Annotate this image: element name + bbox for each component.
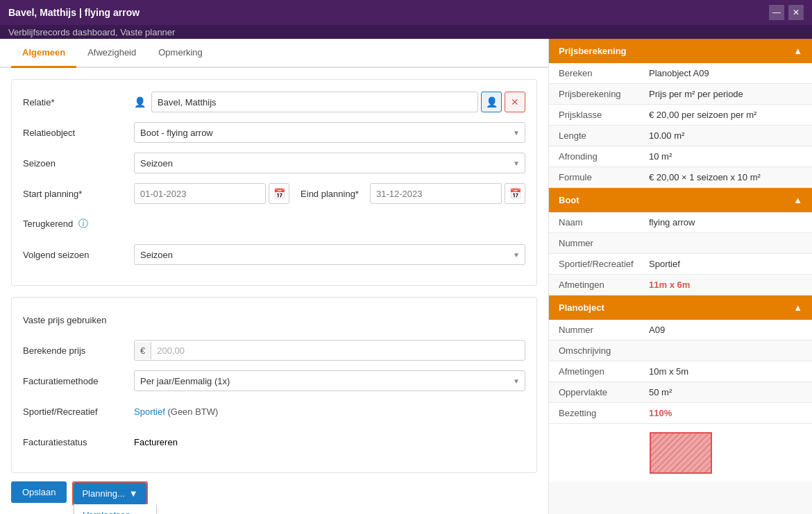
eind-planning-label: Eind planning* xyxy=(301,189,359,199)
prijsberekening-section: Prijsberekening ▲ Bereken Planobject A09… xyxy=(549,39,812,188)
prijsberekening-header[interactable]: Prijsberekening ▲ xyxy=(549,39,812,63)
eind-date-input[interactable] xyxy=(370,183,502,204)
footer-actions: Opslaan Planning... ▼ Verplaatsen Verwij… xyxy=(0,473,548,514)
window-title: Bavel, Matthijs | flying arrow xyxy=(8,7,139,18)
planning-dropdown-container: Planning... ▼ Verplaatsen Verwijderen xyxy=(72,481,147,506)
start-calendar-button[interactable]: 📅 xyxy=(269,183,289,204)
berekende-prijs-row: Berekende prijs € 200,00 xyxy=(23,339,525,361)
planobject-section: Planobject ▲ Nummer A09 Omschrijving Afm… xyxy=(549,295,812,482)
seizoen-label: Seizoen xyxy=(23,158,134,169)
sportief-label: Sportief/Recreatief xyxy=(23,406,134,417)
facturatiestatus-row: Facturatiestatus Factureren xyxy=(23,431,525,453)
berekende-prijs-control: € 200,00 xyxy=(134,340,525,361)
tab-afwezigheid[interactable]: Afwezigheid xyxy=(76,39,147,68)
planobject-rect xyxy=(650,432,712,474)
relatieobject-row: Relatieobject Boot - flying arrow ▼ xyxy=(23,121,525,144)
facturatiemethode-label: Facturatiemethode xyxy=(23,376,134,386)
relatie-input[interactable] xyxy=(151,92,478,112)
prijsberekening-klasse-row: Prijsklasse € 20,00 per seizoen per m² xyxy=(549,105,812,126)
geen-btw-text: (Geen BTW) xyxy=(167,406,218,417)
planobject-afmetingen-row: Afmetingen 10m x 5m xyxy=(549,361,812,382)
form-section-1: Relatie* 👤 👤 ✕ Relatieobject Boot - flyi… xyxy=(11,79,537,286)
breadcrumb: Verblijfsrecords dashboard, Vaste planne… xyxy=(0,25,812,39)
terugkerend-help-icon[interactable]: ⓘ xyxy=(78,218,88,229)
planobject-oppervlakte-row: Oppervlakte 50 m² xyxy=(549,382,812,403)
right-panel: Prijsberekening ▲ Bereken Planobject A09… xyxy=(548,39,812,514)
boot-collapse-icon: ▲ xyxy=(793,195,802,205)
boot-afmetingen-row: Afmetingen 11m x 6m xyxy=(549,275,812,295)
planobject-bezetting-row: Bezetting 110% xyxy=(549,403,812,424)
prijsberekening-collapse-icon: ▲ xyxy=(793,46,802,56)
volgend-seizoen-select-wrapper: Seizoen ▼ xyxy=(134,244,525,265)
planobject-nummer-row: Nummer A09 xyxy=(549,320,812,341)
relatie-input-group: 👤 👤 ✕ xyxy=(134,92,525,112)
vaste-prijs-label: Vaste prijs gebruiken xyxy=(23,315,134,325)
seizoen-row: Seizoen Seizoen ▼ xyxy=(23,152,525,174)
planobject-header[interactable]: Planobject ▲ xyxy=(549,295,812,320)
start-planning-label: Start planning* xyxy=(23,189,134,199)
boot-header[interactable]: Boot ▲ xyxy=(549,188,812,212)
currency-input-group: € 200,00 xyxy=(134,340,525,361)
form-section-2: Vaste prijs gebruiken Berekende prijs € xyxy=(11,297,537,473)
currency-symbol: € xyxy=(135,342,151,359)
window-controls: — ✕ xyxy=(769,5,804,20)
relatie-clear-button[interactable]: ✕ xyxy=(505,92,525,112)
prijsberekening-formule-row: Formule € 20,00 × 1 seizoen x 10 m² xyxy=(549,167,812,188)
eind-date-group: 📅 xyxy=(370,183,525,204)
facturatiemethode-select[interactable]: Per jaar/Eenmalig (1x) xyxy=(134,370,525,391)
vaste-prijs-row: Vaste prijs gebruiken xyxy=(23,309,525,331)
relatieobject-select-wrapper: Boot - flying arrow ▼ xyxy=(134,122,525,143)
planning-menu-verplaatsen[interactable]: Verplaatsen xyxy=(74,504,156,514)
relatie-row: Relatie* 👤 👤 ✕ xyxy=(23,91,525,113)
date-fields-row: 📅 Eind planning* 📅 xyxy=(134,183,525,204)
left-panel: Algemeen Afwezigheid Opmerking Relatie* … xyxy=(0,39,548,514)
prijsberekening-bereken-row: Bereken Planobject A09 xyxy=(549,63,812,84)
planning-dates-row: Start planning* 📅 Eind planning* 📅 xyxy=(23,182,525,205)
boot-sportief-row: Sportief/Recreatief Sportief xyxy=(549,254,812,275)
berekende-prijs-label: Berekende prijs xyxy=(23,345,134,356)
facturatiestatus-value: Factureren xyxy=(134,437,525,447)
planning-caret-icon: ▼ xyxy=(129,488,138,499)
boot-naam-row: Naam flying arrow xyxy=(549,212,812,233)
currency-value: 200,00 xyxy=(151,342,190,359)
seizoen-select-wrapper: Seizoen ▼ xyxy=(134,153,525,173)
prijsberekening-pricing-row: Prijsberekening Prijs per m² per periode xyxy=(549,84,812,105)
minimize-button[interactable]: — xyxy=(769,5,784,20)
planobject-collapse-icon: ▲ xyxy=(793,302,802,313)
terugkerend-label: Terugkerend ⓘ xyxy=(23,218,134,230)
planobject-visual xyxy=(549,424,812,482)
relatieobject-label: Relatieobject xyxy=(23,128,134,138)
sportief-row: Sportief/Recreatief Sportief (Geen BTW) xyxy=(23,400,525,422)
planning-button[interactable]: Planning... ▼ xyxy=(74,483,146,504)
title-bar: Bavel, Matthijs | flying arrow — ✕ xyxy=(0,0,812,25)
facturatiemethode-select-wrapper: Per jaar/Eenmalig (1x) ▼ xyxy=(134,370,525,391)
seizoen-select[interactable]: Seizoen xyxy=(134,153,525,173)
sportief-control: Sportief (Geen BTW) xyxy=(134,406,525,417)
form-area: Relatie* 👤 👤 ✕ Relatieobject Boot - flyi… xyxy=(0,68,548,473)
volgend-seizoen-row: Volgend seizoen Seizoen ▼ xyxy=(23,243,525,266)
prijsberekening-lengte-row: Lengte 10.00 m² xyxy=(549,126,812,146)
prijsberekening-afronding-row: Afronding 10 m² xyxy=(549,146,812,167)
planning-menu: Verplaatsen Verwijderen xyxy=(74,504,157,514)
planobject-omschrijving-row: Omschrijving xyxy=(549,341,812,361)
tab-bar: Algemeen Afwezigheid Opmerking xyxy=(0,39,548,68)
volgend-seizoen-select[interactable]: Seizoen xyxy=(134,244,525,265)
main-container: Algemeen Afwezigheid Opmerking Relatie* … xyxy=(0,39,812,514)
terugkerend-row: Terugkerend ⓘ xyxy=(23,213,525,235)
close-button[interactable]: ✕ xyxy=(788,5,804,20)
eind-calendar-button[interactable]: 📅 xyxy=(505,183,525,204)
facturatiestatus-label: Facturatiestatus xyxy=(23,437,134,447)
start-date-input[interactable] xyxy=(134,183,266,204)
person-icon: 👤 xyxy=(134,96,146,108)
relatieobject-select[interactable]: Boot - flying arrow xyxy=(134,122,525,143)
tab-opmerking[interactable]: Opmerking xyxy=(147,39,214,68)
sportief-link[interactable]: Sportief xyxy=(134,406,165,417)
boot-nummer-row: Nummer xyxy=(549,233,812,254)
facturatiemethode-row: Facturatiemethode Per jaar/Eenmalig (1x)… xyxy=(23,370,525,392)
tab-algemeen[interactable]: Algemeen xyxy=(11,39,76,68)
opslaan-button[interactable]: Opslaan xyxy=(11,481,67,503)
volgend-seizoen-label: Volgend seizoen xyxy=(23,250,134,260)
relatie-person-button[interactable]: 👤 xyxy=(481,92,502,112)
boot-section: Boot ▲ Naam flying arrow Nummer Sportief… xyxy=(549,188,812,295)
relatie-label: Relatie* xyxy=(23,97,134,108)
